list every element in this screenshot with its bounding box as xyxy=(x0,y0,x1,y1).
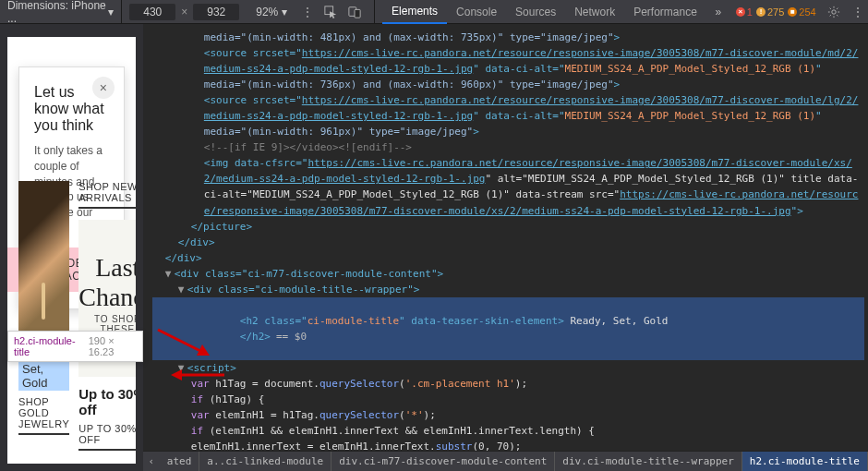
svg-rect-2 xyxy=(355,9,360,18)
svg-marker-5 xyxy=(171,369,182,380)
shop-new-link[interactable]: SHOP NEW ARRIVALS xyxy=(78,181,136,209)
selected-dom-node[interactable]: <h2 class="ci-module-title" data-teaser-… xyxy=(152,297,864,360)
breadcrumb-item[interactable]: div.ci-m77-discover-module-content xyxy=(332,452,555,471)
breadcrumb-item-active[interactable]: h2.ci-module-title xyxy=(742,452,868,471)
breadcrumb-item[interactable]: div.ci-module-title--wrapper xyxy=(555,452,741,471)
tabs-overflow-icon[interactable]: » xyxy=(706,0,730,24)
upto-title: Up to 30% off xyxy=(78,386,136,417)
element-tooltip: h2.ci-module-title 190 × 16.23 xyxy=(7,331,143,362)
breadcrumb-item[interactable]: ated xyxy=(160,452,200,471)
annotation-arrow-preview xyxy=(171,366,226,387)
device-toggle-icon[interactable] xyxy=(343,0,367,24)
annotation-arrow-code xyxy=(154,326,211,366)
shop-gold-link[interactable]: SHOP GOLD JEWELRY xyxy=(18,396,69,435)
devtools-toolbar: Dimensions: iPhone ...▾ × 92%▾ ⋮ Element… xyxy=(0,0,868,24)
tab-console[interactable]: Console xyxy=(447,0,506,24)
more-device-icon[interactable]: ⋮ xyxy=(296,0,319,24)
devtools-panel: media="(min-width: 481px) and (max-width… xyxy=(143,24,868,471)
device-frame: × Let us know what you think It only tak… xyxy=(7,37,136,464)
tab-performance[interactable]: Performance xyxy=(624,0,706,24)
upto-link[interactable]: UP TO 30% OFF xyxy=(78,423,136,451)
dim-x-label: × xyxy=(175,6,193,18)
gear-icon[interactable] xyxy=(822,0,846,24)
device-select[interactable]: Dimensions: iPhone ...▾ xyxy=(0,0,122,23)
zoom-select[interactable]: 92%▾ xyxy=(247,6,296,18)
issue-badges[interactable]: ×1 !275 ■254 xyxy=(730,6,822,18)
breadcrumb-item[interactable]: a..ci-linked-module xyxy=(199,452,332,471)
kebab-icon[interactable]: ⋮ xyxy=(846,0,868,24)
tab-elements[interactable]: Elements xyxy=(382,0,447,24)
height-input[interactable] xyxy=(193,4,239,20)
dom-tree[interactable]: media="(min-width: 481px) and (max-width… xyxy=(143,24,868,451)
dom-breadcrumb: ‹ ated a..ci-linked-module div.ci-m77-di… xyxy=(143,451,868,471)
svg-point-3 xyxy=(832,9,836,13)
last-chance-script: Last Chance xyxy=(78,253,136,312)
breadcrumb-prev-icon[interactable]: ‹ xyxy=(143,455,160,467)
inspect-icon[interactable] xyxy=(319,0,343,24)
close-icon[interactable]: × xyxy=(92,77,115,99)
tab-network[interactable]: Network xyxy=(565,0,624,24)
device-preview-pane: × Let us know what you think It only tak… xyxy=(0,24,143,471)
tab-sources[interactable]: Sources xyxy=(506,0,565,24)
width-input[interactable] xyxy=(129,4,175,20)
product-image xyxy=(18,181,69,338)
